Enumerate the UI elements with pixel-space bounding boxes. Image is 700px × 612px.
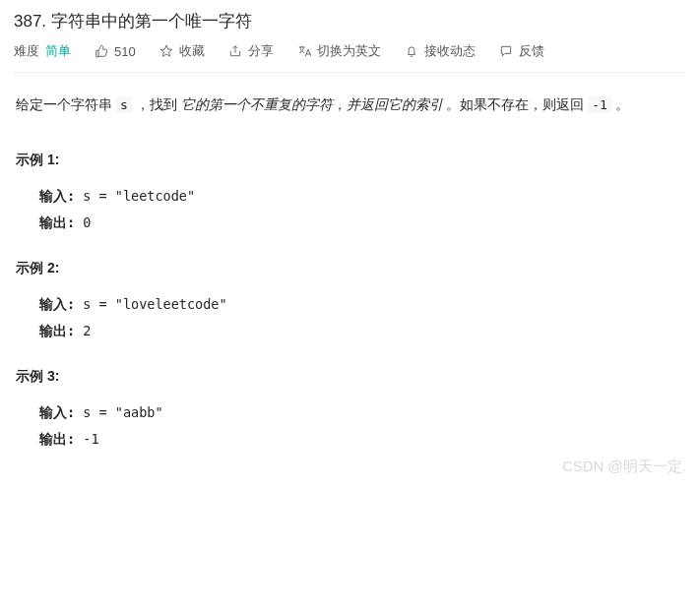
problem-content: 给定一个字符串 s ，找到 它的第一个不重复的字符，并返回它的索引 。如果不存在…: [0, 73, 700, 484]
like-button[interactable]: 510: [95, 44, 136, 59]
output-label: 输出:: [39, 431, 75, 447]
desc-mid2: 。如果不存在，则返回: [443, 96, 589, 112]
thumbs-up-icon: [95, 44, 108, 58]
difficulty-value: 简单: [45, 42, 71, 60]
example-block: 输入: s = "leetcode" 输出: 0: [16, 183, 684, 236]
example-title: 示例 1:: [16, 146, 684, 173]
watermark: CSDN @明天一定.: [562, 458, 686, 476]
example-block: 输入: s = "aabb" 输出: -1: [16, 399, 684, 453]
example-1: 示例 1: 输入: s = "leetcode" 输出: 0: [16, 146, 684, 236]
output-value: -1: [75, 431, 98, 447]
difficulty: 难度 简单: [14, 42, 71, 60]
output-value: 2: [75, 323, 91, 338]
translate-icon: [297, 44, 311, 58]
switch-label: 切换为英文: [317, 42, 381, 60]
input-label: 输入:: [39, 296, 75, 312]
desc-prefix: 给定一个字符串: [16, 96, 116, 112]
desc-var: s: [116, 96, 132, 113]
desc-neg1: -1: [588, 96, 611, 113]
example-block: 输入: s = "loveleetcode" 输出: 2: [16, 291, 684, 344]
input-value: s = "loveleetcode": [75, 296, 226, 312]
feedback-button[interactable]: 反馈: [499, 42, 544, 60]
switch-language-button[interactable]: 切换为英文: [297, 42, 381, 60]
output-label: 输出:: [39, 323, 75, 338]
notify-label: 接收动态: [424, 42, 476, 60]
star-icon: [159, 44, 173, 58]
desc-italic: 它的第一个不重复的字符，并返回它的索引: [181, 96, 443, 112]
favorite-label: 收藏: [179, 42, 205, 60]
share-button[interactable]: 分享: [228, 42, 274, 60]
output-label: 输出:: [39, 214, 75, 230]
desc-mid1: ，找到: [132, 96, 181, 112]
input-value: s = "leetcode": [75, 188, 195, 204]
meta-row: 难度 简单 510 收藏 分享 切换为英文: [14, 42, 686, 73]
desc-suffix: 。: [611, 96, 629, 112]
notify-button[interactable]: 接收动态: [405, 42, 476, 60]
problem-description: 给定一个字符串 s ，找到 它的第一个不重复的字符，并返回它的索引 。如果不存在…: [16, 91, 684, 118]
difficulty-label: 难度: [14, 42, 39, 60]
example-title: 示例 2:: [16, 254, 684, 281]
example-3: 示例 3: 输入: s = "aabb" 输出: -1: [16, 362, 684, 453]
share-label: 分享: [248, 42, 274, 60]
share-icon: [228, 44, 242, 58]
likes-count: 510: [114, 44, 136, 59]
bell-icon: [405, 44, 418, 58]
problem-title: 387. 字符串中的第一个唯一字符: [14, 10, 686, 32]
favorite-button[interactable]: 收藏: [159, 42, 205, 60]
example-2: 示例 2: 输入: s = "loveleetcode" 输出: 2: [16, 254, 684, 344]
output-value: 0: [75, 214, 91, 230]
feedback-icon: [499, 44, 513, 58]
feedback-label: 反馈: [519, 42, 544, 60]
input-value: s = "aabb": [75, 404, 162, 420]
example-title: 示例 3:: [16, 362, 684, 390]
input-label: 输入:: [39, 404, 75, 420]
input-label: 输入:: [39, 188, 75, 204]
